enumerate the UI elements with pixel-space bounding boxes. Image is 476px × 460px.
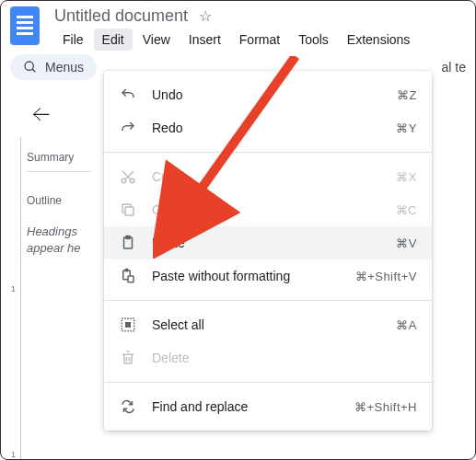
- svg-rect-11: [128, 276, 134, 282]
- back-arrow-icon[interactable]: 🡠: [32, 104, 102, 125]
- star-icon[interactable]: ☆: [199, 7, 212, 25]
- menu-item-find-replace-shortcut: ⌘+Shift+H: [354, 400, 417, 414]
- svg-rect-10: [125, 270, 128, 271]
- ruler-tick-1: 1: [11, 284, 16, 293]
- menu-item-undo-shortcut: ⌘Z: [397, 88, 417, 102]
- menu-item-cut-label: Cut: [152, 169, 396, 184]
- menu-item-paste-no-fmt-shortcut: ⌘+Shift+V: [355, 270, 417, 283]
- menu-item-cut[interactable]: Cut ⌘X: [104, 160, 432, 193]
- summary-label: Summary: [27, 151, 102, 164]
- edit-dropdown-menu: Undo ⌘Z Redo ⌘Y Cut ⌘X Copy ⌘C Paste ⌘V …: [104, 71, 432, 431]
- svg-rect-8: [126, 236, 131, 239]
- search-menus-label: Menus: [45, 60, 84, 75]
- menu-separator: [104, 382, 432, 383]
- menu-item-delete[interactable]: Delete: [104, 341, 432, 374]
- menu-item-find-replace-label: Find and replace: [152, 399, 354, 414]
- menu-extensions[interactable]: Extensions: [339, 29, 418, 51]
- menu-view[interactable]: View: [134, 29, 179, 51]
- undo-icon: [119, 86, 137, 104]
- menu-item-select-all-label: Select all: [152, 317, 396, 332]
- outline-placeholder: Headings appear he: [27, 224, 102, 257]
- menu-edit[interactable]: Edit: [94, 29, 133, 51]
- menu-item-undo[interactable]: Undo ⌘Z: [104, 78, 432, 111]
- menu-item-copy-shortcut: ⌘C: [396, 203, 417, 217]
- app-header: Untitled document ☆ File Edit View Inser…: [1, 1, 475, 51]
- find-replace-icon: [119, 397, 137, 416]
- paste-icon: [119, 234, 137, 252]
- cut-icon: [119, 167, 137, 186]
- menu-item-copy[interactable]: Copy ⌘C: [104, 193, 432, 226]
- menu-insert[interactable]: Insert: [180, 29, 229, 51]
- menu-item-copy-label: Copy: [152, 202, 396, 217]
- menu-item-undo-label: Undo: [152, 87, 397, 102]
- menu-item-paste-no-fmt[interactable]: Paste without formatting ⌘+Shift+V: [104, 259, 432, 293]
- menu-item-redo[interactable]: Redo ⌘Y: [104, 111, 432, 144]
- select-all-icon: [119, 316, 137, 334]
- menu-item-redo-shortcut: ⌘Y: [396, 121, 417, 135]
- delete-icon: [119, 349, 137, 367]
- svg-point-0: [25, 62, 33, 70]
- menu-tools[interactable]: Tools: [290, 29, 337, 51]
- title-area: Untitled document ☆ File Edit View Inser…: [54, 6, 466, 51]
- outline-label: Outline: [27, 194, 102, 207]
- ruler-tick-2: 1: [11, 450, 16, 459]
- menu-item-select-all-shortcut: ⌘A: [396, 318, 417, 332]
- svg-rect-6: [125, 207, 134, 215]
- menu-item-paste-shortcut: ⌘V: [396, 236, 417, 250]
- menu-file[interactable]: File: [54, 29, 92, 51]
- svg-line-1: [32, 69, 35, 72]
- menu-format[interactable]: Format: [231, 29, 288, 51]
- title-row: Untitled document ☆: [54, 6, 466, 26]
- toolbar-right-text: al te: [442, 60, 466, 75]
- svg-rect-13: [125, 322, 131, 328]
- paste-no-fmt-icon: [119, 267, 137, 285]
- menu-item-paste[interactable]: Paste ⌘V: [104, 226, 432, 259]
- menu-bar: File Edit View Insert Format Tools Exten…: [54, 29, 466, 51]
- menu-item-redo-label: Redo: [152, 121, 396, 135]
- outline-sidebar: 🡠 Summary Outline Headings appear he: [17, 87, 108, 460]
- menu-separator: [104, 152, 432, 153]
- menu-separator: [104, 300, 432, 301]
- search-menus-button[interactable]: Menus: [10, 54, 97, 80]
- menu-item-find-replace[interactable]: Find and replace ⌘+Shift+H: [104, 390, 432, 423]
- menu-item-cut-shortcut: ⌘X: [396, 170, 417, 184]
- sidebar-divider: [27, 171, 91, 172]
- docs-logo-icon[interactable]: [10, 6, 40, 45]
- menu-item-paste-no-fmt-label: Paste without formatting: [152, 269, 355, 283]
- document-title[interactable]: Untitled document: [54, 6, 188, 26]
- search-icon: [23, 60, 38, 75]
- menu-item-delete-label: Delete: [152, 351, 417, 365]
- copy-icon: [119, 201, 137, 219]
- menu-item-select-all[interactable]: Select all ⌘A: [104, 308, 432, 341]
- redo-icon: [119, 119, 137, 137]
- menu-item-paste-label: Paste: [152, 236, 396, 250]
